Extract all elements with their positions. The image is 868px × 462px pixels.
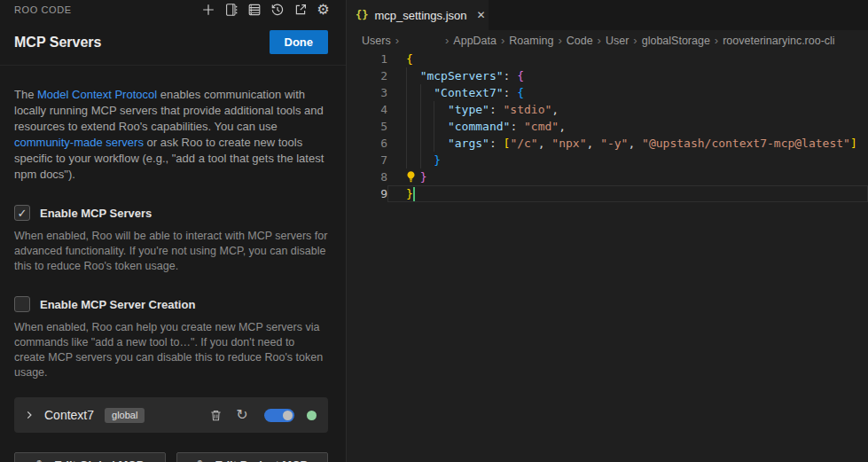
indent-guide <box>406 101 420 118</box>
code-line[interactable]: 8} <box>347 168 868 185</box>
edit-global-mcp-button[interactable]: ✎ Edit Global MCP <box>14 452 166 462</box>
json-file-icon: {} <box>356 9 368 21</box>
extension-brand: ROO CODE <box>14 4 72 15</box>
indent-guide <box>434 118 448 135</box>
pencil-icon: ✎ <box>197 458 207 462</box>
code-token: "type" <box>448 103 489 116</box>
line-number: 4 <box>347 101 387 118</box>
indent-guide <box>420 118 434 135</box>
enable-mcp-servers-description: When enabled, Roo will be able to intera… <box>14 229 328 274</box>
line-content: "Context7": { <box>387 84 868 101</box>
enable-mcp-creation-section: ✓ Enable MCP Server Creation When enable… <box>14 296 328 380</box>
done-button[interactable]: Done <box>270 30 329 54</box>
server-enabled-toggle[interactable] <box>264 409 294 422</box>
server-status-dot <box>307 411 317 420</box>
code-token: "command" <box>448 120 510 133</box>
intro-link[interactable]: Model Context Protocol <box>37 88 157 101</box>
code-token: ] <box>850 137 857 150</box>
breadcrumb: Users››AppData›Roaming›Code›User›globalS… <box>347 30 868 51</box>
trash-icon[interactable] <box>206 405 225 425</box>
text-cursor <box>413 187 415 201</box>
code-token: "@upstash/context7-mcp@latest" <box>642 137 850 150</box>
code-token: { <box>406 52 413 66</box>
code-token: : <box>510 120 524 133</box>
breadcrumb-segment[interactable]: Code <box>567 35 593 47</box>
code-line[interactable]: 9} <box>347 185 868 202</box>
breadcrumb-separator: › <box>395 34 399 47</box>
plus-icon[interactable] <box>198 0 218 20</box>
mcp-intro-text: The Model Context Protocol enables commu… <box>14 87 328 183</box>
breadcrumb-separator: › <box>598 34 601 47</box>
code-token: { <box>517 69 524 82</box>
line-number: 6 <box>347 135 387 152</box>
indent-guide <box>434 101 448 118</box>
code-line[interactable]: 5"command": "cmd", <box>347 118 868 135</box>
indent-guide <box>420 84 434 101</box>
line-number: 5 <box>347 118 387 135</box>
code-token: "stdio" <box>504 103 552 116</box>
line-content: "command": "cmd", <box>387 118 868 135</box>
code-line[interactable]: 6"args": ["/c", "npx", "-y", "@upstash/c… <box>347 135 868 152</box>
chevron-right-icon[interactable] <box>23 409 35 421</box>
breadcrumb-segment[interactable]: Roaming <box>509 35 553 47</box>
line-number: 2 <box>347 67 387 84</box>
tab-mcp-settings[interactable]: {} mcp_settings.json ✕ <box>347 0 489 30</box>
breadcrumb-segment[interactable]: rooveterinaryinc.roo-cli <box>723 35 834 47</box>
line-content: } <box>387 168 868 185</box>
code-token: } <box>434 153 441 167</box>
close-icon[interactable]: ✕ <box>477 9 486 21</box>
code-token: , <box>628 137 642 150</box>
enable-mcp-creation-checkbox[interactable]: ✓ <box>14 296 30 312</box>
breadcrumb-segment[interactable]: User <box>606 35 629 47</box>
line-content: "type": "stdio", <box>387 101 868 118</box>
code-area[interactable]: 1{2"mcpServers": {3"Context7": {4"type":… <box>347 51 868 462</box>
code-token: "-y" <box>600 137 628 150</box>
code-line[interactable]: 7} <box>347 152 868 168</box>
line-number: 1 <box>347 51 387 67</box>
code-line[interactable]: 3"Context7": { <box>347 84 868 101</box>
code-token: } <box>406 187 413 200</box>
enable-mcp-servers-section: ✓ Enable MCP Servers When enabled, Roo w… <box>14 205 328 274</box>
server-scope-badge: global <box>105 408 145 423</box>
code-token: : <box>489 137 504 150</box>
enable-mcp-creation-description: When enabled, Roo can help you create ne… <box>14 320 328 380</box>
footer-buttons: ✎ Edit Global MCP ✎ Edit Project MCP <box>14 452 328 462</box>
page-header: MCP Servers Done <box>0 20 346 65</box>
breadcrumb-separator: › <box>445 34 449 47</box>
external-link-icon[interactable] <box>290 0 310 20</box>
breadcrumb-segment[interactable]: Users <box>362 35 391 47</box>
code-token: } <box>420 170 427 184</box>
server-name: Context7 <box>44 408 94 422</box>
gear-icon[interactable]: ⚙ <box>313 0 333 20</box>
server-icon[interactable] <box>244 0 264 20</box>
breadcrumb-separator: › <box>715 34 718 47</box>
code-line[interactable]: 2"mcpServers": { <box>347 67 868 84</box>
indent-guide <box>420 152 434 168</box>
breadcrumb-segment[interactable]: AppData <box>453 35 497 47</box>
notebook-icon[interactable] <box>221 0 241 20</box>
history-icon[interactable] <box>267 0 287 20</box>
restart-server-icon[interactable]: ↻ <box>232 405 252 425</box>
breadcrumb-segment[interactable]: globalStorage <box>642 35 710 47</box>
tab-title: mcp_settings.json <box>374 9 466 22</box>
app-window: ROO CODE ⚙ MCP Servers Done The Model Co… <box>0 0 868 462</box>
code-line[interactable]: 1{ <box>347 51 868 67</box>
sidebar-content: The Model Context Protocol enables commu… <box>0 66 346 462</box>
line-content: "mcpServers": { <box>387 67 868 84</box>
code-line[interactable]: 4"type": "stdio", <box>347 101 868 118</box>
enable-mcp-servers-checkbox[interactable]: ✓ <box>14 205 30 221</box>
line-number: 3 <box>347 84 387 101</box>
toggle-knob <box>283 411 293 420</box>
indent-guide <box>406 84 420 101</box>
code-token: , <box>551 103 559 116</box>
indent-guide <box>406 118 420 135</box>
code-token: { <box>517 86 524 99</box>
code-editor: {} mcp_settings.json ✕ Users››AppData›Ro… <box>347 0 868 462</box>
lightbulb-icon[interactable] <box>406 168 420 185</box>
indent-guide <box>406 135 420 152</box>
code-token: : <box>504 86 518 99</box>
intro-link[interactable]: community-made servers <box>14 136 144 149</box>
line-number: 9 <box>347 185 387 202</box>
sidebar-header: ROO CODE ⚙ <box>0 0 346 20</box>
edit-project-mcp-button[interactable]: ✎ Edit Project MCP <box>176 452 328 462</box>
